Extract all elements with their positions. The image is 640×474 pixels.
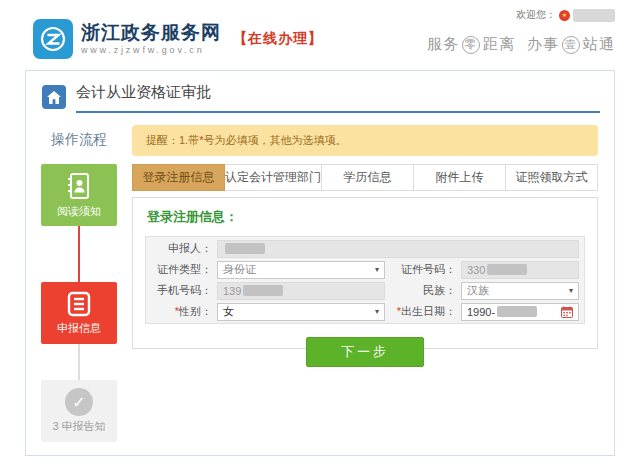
tab-attachment-upload[interactable]: 附件上传: [414, 164, 506, 191]
phone-label: 手机号码：: [151, 283, 217, 298]
applicant-redacted: [225, 243, 265, 254]
site-slogan: 服务 零 距离 办事 壹 站通: [427, 35, 615, 54]
step-connector: [78, 344, 80, 380]
form-section-title: 登录注册信息：: [147, 208, 585, 226]
step-read-notice: 阅读须知: [41, 164, 117, 226]
check-icon: ✓: [65, 388, 93, 416]
id-type-select[interactable]: 身份证 ▾: [217, 261, 385, 279]
gender-label: *性别：: [151, 304, 217, 319]
site-url: www.zjzwfw.gov.cn: [81, 45, 221, 55]
reminder-notice: 提醒：1.带*号为必填项，其他为选填项。: [132, 125, 598, 156]
chevron-down-icon: ▾: [569, 287, 573, 295]
birth-date-redacted: [497, 306, 537, 317]
welcome-label: 欢迎您：: [516, 8, 556, 22]
step-connector: [78, 226, 80, 282]
step-label: 阅读须知: [57, 204, 101, 219]
step-declare-notify: ✓ 3 申报告知: [41, 380, 117, 442]
next-step-button[interactable]: 下一步: [306, 337, 424, 367]
document-icon: [65, 290, 93, 318]
birth-date-label: *出生日期：: [385, 304, 461, 319]
id-type-label: 证件类型：: [151, 262, 217, 277]
step-declare-info: 申报信息: [41, 282, 117, 344]
chevron-down-icon: ▾: [375, 266, 379, 274]
ethnicity-label: 民族：: [385, 283, 461, 298]
calendar-icon[interactable]: [561, 306, 573, 318]
page-title: 会计从业资格证审批: [76, 83, 600, 113]
online-mode-label: 【在线办理】: [233, 30, 323, 48]
applicant-label: 申报人：: [151, 241, 217, 256]
tab-certificate-pickup[interactable]: 证照领取方式: [506, 164, 598, 191]
id-number-field: 330: [461, 261, 579, 279]
tab-education-info[interactable]: 学历信息: [322, 164, 414, 191]
site-header: 浙江政务服务网 www.zjzwfw.gov.cn 【在线办理】 欢迎您： ★ …: [0, 0, 640, 70]
form-table: 申报人： 证件类型： 身份证 ▾ 证件号码： 330: [145, 236, 585, 324]
username-redacted[interactable]: [573, 9, 615, 22]
flow-title: 操作流程: [26, 125, 132, 149]
slogan-circle-one: 壹: [562, 36, 580, 54]
phone-redacted: [243, 285, 283, 296]
tab-login-register-info[interactable]: 登录注册信息: [132, 164, 225, 191]
flow-steps: 阅读须知 申报信息 ✓ 3 申报告知: [26, 164, 132, 442]
main-panel: 会计从业资格证审批 操作流程 提醒：1.带*号为必填项，其他为选填项。 阅读须知: [25, 70, 615, 456]
site-name: 浙江政务服务网: [81, 23, 221, 43]
id-number-redacted: [487, 264, 527, 275]
gender-select[interactable]: 女 ▾: [217, 303, 385, 321]
step-label: 3 申报告知: [52, 419, 105, 434]
chevron-down-icon: ▾: [375, 308, 379, 316]
welcome-bar: 欢迎您： ★: [516, 8, 615, 22]
page-title-bar: 会计从业资格证审批: [26, 71, 614, 113]
applicant-field: [217, 240, 579, 258]
tab-accounting-dept[interactable]: 认定会计管理部门: [225, 164, 322, 191]
login-register-form: 登录注册信息： 申报人： 证件类型： 身份证 ▾ 证件号码：: [132, 197, 598, 349]
birth-date-field[interactable]: 1990-: [461, 303, 579, 321]
home-icon: [42, 85, 66, 109]
book-person-icon: [64, 171, 94, 201]
phone-field: 139: [217, 282, 385, 300]
slogan-circle-zero: 零: [462, 36, 480, 54]
form-tabs: 登录注册信息 认定会计管理部门 学历信息 附件上传 证照领取方式: [132, 164, 598, 191]
step-label: 申报信息: [57, 321, 101, 336]
site-logo-icon: [33, 19, 73, 59]
id-number-label: 证件号码：: [385, 262, 461, 277]
emblem-icon: ★: [559, 10, 570, 21]
ethnicity-select[interactable]: 汉族 ▾: [461, 282, 579, 300]
